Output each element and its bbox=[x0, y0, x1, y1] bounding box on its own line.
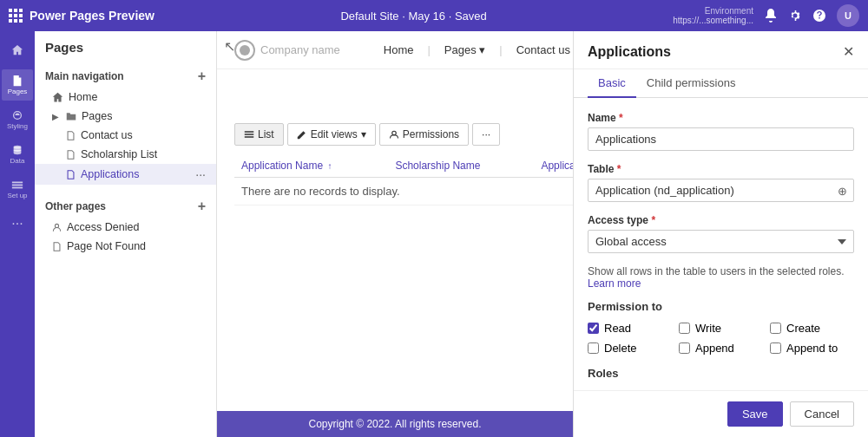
nav-item-contact-us[interactable]: Contact us bbox=[35, 126, 216, 145]
checkbox-read: Read bbox=[588, 322, 672, 335]
access-type-label: Access type * bbox=[588, 214, 854, 226]
toolbar-list-btn[interactable]: List bbox=[234, 123, 284, 146]
append-checkbox[interactable] bbox=[679, 342, 690, 354]
nav-item-access-denied[interactable]: Access Denied bbox=[35, 218, 216, 237]
tab-basic[interactable]: Basic bbox=[588, 69, 636, 98]
site-status: Default Site · May 16 · Saved bbox=[340, 10, 486, 23]
access-type-field: Access type * Global access Self Account bbox=[588, 214, 854, 253]
table-search-icon: ⊕ bbox=[838, 184, 847, 197]
checkboxes-grid: Read Write Create bbox=[588, 322, 854, 355]
svg-rect-3 bbox=[9, 14, 12, 17]
notification-icon[interactable] bbox=[764, 9, 778, 23]
svg-rect-4 bbox=[14, 14, 17, 17]
page-icon-not-found bbox=[52, 242, 62, 251]
nav-contact-us-label: Contact us bbox=[81, 129, 133, 141]
env-url: https://...something... bbox=[673, 16, 753, 25]
write-checkbox[interactable] bbox=[679, 323, 690, 334]
settings-icon[interactable] bbox=[788, 9, 802, 23]
delete-label: Delete bbox=[604, 342, 637, 355]
main-layout: Pages Styling Data Set up ··· Pages Main… bbox=[0, 31, 868, 437]
svg-rect-15 bbox=[245, 131, 254, 133]
site-nav-home[interactable]: Home bbox=[384, 43, 414, 56]
save-button[interactable]: Save bbox=[727, 401, 783, 427]
append-label: Append bbox=[695, 342, 734, 355]
sidebar-item-styling[interactable]: Styling bbox=[2, 104, 33, 135]
name-input[interactable] bbox=[588, 127, 854, 151]
checkbox-append: Append bbox=[679, 342, 763, 355]
checkbox-delete: Delete bbox=[588, 342, 672, 355]
access-type-select[interactable]: Global access Self Account bbox=[588, 230, 854, 253]
other-pages-label: Other pages bbox=[45, 200, 106, 212]
site-footer: Copyright © 2022. All rights reserved. bbox=[217, 411, 573, 437]
append-to-checkbox[interactable] bbox=[770, 342, 781, 354]
top-bar-center: Default Site · May 16 · Saved bbox=[340, 10, 486, 23]
main-navigation-header: Main navigation + bbox=[35, 65, 216, 88]
sidebar-item-pages[interactable]: Pages bbox=[2, 69, 33, 101]
col-app-name: Application Name ↑ bbox=[234, 154, 388, 178]
sort-app-name-icon[interactable]: ↑ bbox=[327, 161, 332, 171]
pages-panel-header: Pages bbox=[35, 31, 216, 60]
add-main-nav-icon[interactable]: + bbox=[198, 68, 206, 84]
nav-scholarship-label: Scholarship List bbox=[81, 148, 157, 160]
svg-point-14 bbox=[55, 224, 58, 227]
toolbar-more-btn[interactable]: ··· bbox=[472, 123, 500, 146]
overlay-title: Applications bbox=[588, 44, 671, 60]
svg-rect-12 bbox=[12, 185, 23, 186]
toolbar-permissions-btn[interactable]: Permissions bbox=[379, 123, 469, 146]
site-logo-circle bbox=[234, 40, 255, 61]
site-nav-contact[interactable]: Contact us bbox=[516, 43, 570, 56]
tab-child-permissions[interactable]: Child permissions bbox=[636, 69, 746, 98]
sidebar-item-home[interactable] bbox=[2, 35, 33, 66]
nav-item-scholarship-list[interactable]: Scholarship List bbox=[35, 145, 216, 164]
svg-rect-0 bbox=[9, 9, 12, 12]
svg-rect-1 bbox=[14, 9, 17, 12]
table-input[interactable] bbox=[588, 179, 854, 202]
delete-checkbox[interactable] bbox=[588, 342, 599, 354]
create-checkbox[interactable] bbox=[770, 323, 781, 334]
svg-rect-7 bbox=[14, 19, 17, 23]
nav-home-label: Home bbox=[69, 91, 97, 103]
close-icon[interactable]: ✕ bbox=[843, 43, 854, 60]
checkbox-create: Create bbox=[770, 322, 854, 335]
write-label: Write bbox=[695, 322, 721, 335]
sidebar-item-more[interactable]: ··· bbox=[2, 208, 33, 239]
applications-more-icon[interactable]: ··· bbox=[195, 167, 206, 181]
app-title: Power Pages Preview bbox=[30, 9, 155, 23]
site-logo: Company name bbox=[234, 40, 340, 61]
page-icon-scholarship bbox=[66, 150, 76, 160]
other-pages-section: Other pages + Access Denied Page Not Fou… bbox=[35, 190, 216, 261]
expand-pages-icon: ▶ bbox=[52, 112, 59, 121]
toolbar-edit-views-btn[interactable]: Edit views ▾ bbox=[287, 123, 376, 146]
svg-point-18 bbox=[391, 131, 396, 135]
cancel-button[interactable]: Cancel bbox=[790, 401, 854, 427]
create-label: Create bbox=[786, 322, 820, 335]
icon-sidebar: Pages Styling Data Set up ··· bbox=[0, 31, 35, 437]
nav-item-pages[interactable]: ▶ Pages bbox=[35, 107, 216, 126]
avatar[interactable]: U bbox=[837, 4, 859, 27]
toolbar-list-label: List bbox=[258, 128, 274, 140]
nav-item-home[interactable]: Home bbox=[35, 88, 216, 107]
learn-more-link[interactable]: Learn more bbox=[588, 277, 641, 290]
read-checkbox[interactable] bbox=[588, 323, 599, 334]
app-grid-icon bbox=[9, 9, 23, 23]
footer-text: Copyright © 2022. All rights reserved. bbox=[309, 418, 482, 430]
toolbar-edit-views-label: Edit views bbox=[311, 128, 358, 140]
nav-item-page-not-found[interactable]: Page Not Found bbox=[35, 237, 216, 256]
pages-panel: Pages Main navigation + Home ▶ Pages Con… bbox=[35, 31, 217, 437]
sidebar-item-data[interactable]: Data bbox=[2, 139, 33, 170]
add-other-pages-icon[interactable]: + bbox=[198, 199, 206, 214]
help-icon[interactable] bbox=[812, 9, 826, 23]
env-label: Environment bbox=[705, 6, 753, 16]
name-label: Name * bbox=[588, 112, 854, 124]
top-bar-right: Environment https://...something... U bbox=[673, 4, 859, 27]
back-arrow-icon[interactable]: ↖ bbox=[224, 38, 235, 55]
sidebar-item-setup[interactable]: Set up bbox=[2, 173, 33, 205]
nav-access-denied-label: Access Denied bbox=[67, 221, 139, 233]
checkbox-append-to: Append to bbox=[770, 342, 854, 355]
overlay-header: Applications ✕ bbox=[574, 31, 868, 69]
page-icon-applications bbox=[66, 170, 76, 179]
sidebar-pages-label: Pages bbox=[8, 88, 28, 95]
edit-views-icon bbox=[297, 129, 307, 140]
site-nav-pages[interactable]: Pages ▾ bbox=[444, 43, 485, 56]
nav-item-applications[interactable]: Applications ··· bbox=[35, 164, 216, 185]
